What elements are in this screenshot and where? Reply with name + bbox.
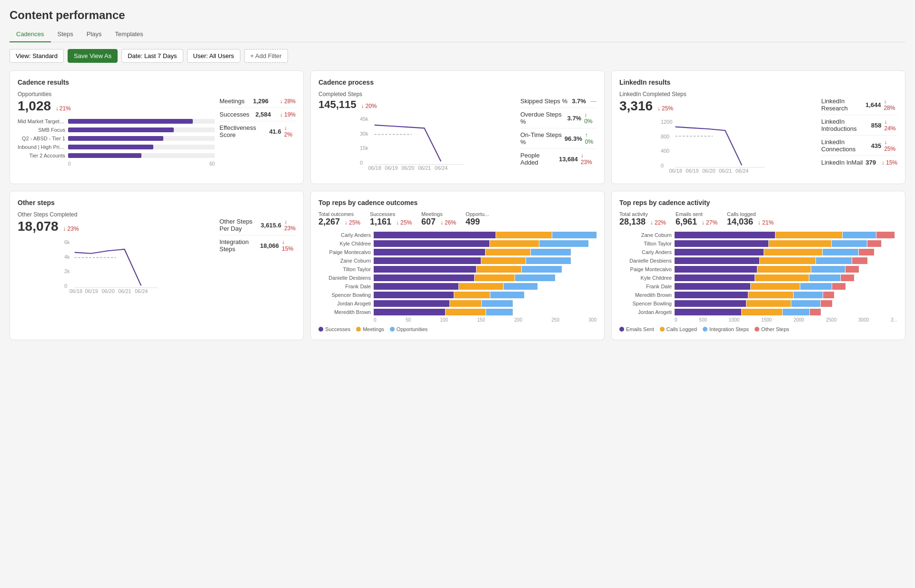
successes-outcome-change: ↓ 25% — [396, 219, 412, 226]
cadence-results-right: Meetings 1,296 ↓ 28% Successes 2,584 ↓ 1… — [219, 91, 296, 167]
svg-text:06/19: 06/19 — [85, 288, 98, 294]
tab-templates[interactable]: Templates — [109, 27, 150, 42]
act-seg-blue — [832, 240, 867, 247]
outcomes-axis-label: 50 — [406, 317, 411, 323]
bar-axis-min: 0 — [68, 161, 71, 167]
cadence-process-card: Cadence process Completed Steps 145,115 … — [310, 70, 605, 184]
outcomes-hbar-row: Spencer Bowling — [318, 292, 597, 298]
svg-text:06/18: 06/18 — [669, 168, 682, 174]
activity-rep-name: Danielle Desbiens — [619, 258, 672, 264]
activity-bars — [675, 232, 897, 238]
linkedin-results-title: LinkedIn results — [619, 78, 897, 86]
total-outcomes-row: 2,267 ↓ 25% — [318, 217, 360, 227]
act-seg-orange — [748, 292, 793, 298]
act-seg-orange — [769, 240, 831, 247]
svg-text:06/24: 06/24 — [736, 168, 748, 174]
toolbar: View: Standard Save View As Date: Last 7… — [10, 49, 905, 63]
li-completed-change: ↓ 25% — [657, 105, 673, 112]
activity-legend-emails: Emails Sent — [619, 326, 654, 332]
linkedin-chart: 1200 800 400 0 06/18 06/19 06/20 06/21 0… — [619, 118, 816, 176]
legend-dot-integration — [703, 327, 707, 332]
li-main-line — [676, 127, 742, 166]
completed-label: Completed Steps — [318, 91, 516, 98]
act-seg-red — [823, 292, 834, 298]
other-steps-side-metrics: Other Steps Per Day 3,615.6 ↓ 23% Integr… — [219, 215, 296, 255]
li-intros-label: LinkedIn Introductions — [821, 118, 871, 132]
seg-blue — [526, 257, 571, 264]
act-seg-red — [852, 257, 868, 264]
save-view-as-button[interactable]: Save View As — [68, 49, 118, 63]
activity-rep-name: Carly Anders — [619, 249, 672, 255]
act-seg-blue — [791, 300, 820, 307]
act-seg-blue — [783, 309, 809, 315]
successes-value: 2,584 — [255, 111, 271, 118]
successes-row: Successes 2,584 ↓ 19% — [219, 108, 296, 121]
user-filter-button[interactable]: User: All Users — [187, 49, 240, 63]
skipped-row: Skipped Steps % 3.7% — — [520, 95, 597, 108]
outcomes-axis-label: 0 — [374, 317, 377, 323]
view-standard-button[interactable]: View: Standard — [10, 49, 64, 63]
act-seg-purple — [675, 257, 759, 264]
total-outcomes-value: 2,267 — [318, 217, 340, 226]
seg-purple — [374, 240, 489, 247]
act-seg-red — [845, 266, 859, 273]
tab-steps[interactable]: Steps — [51, 27, 80, 42]
tab-cadences[interactable]: Cadences — [10, 27, 51, 42]
completed-value: 145,115 — [318, 98, 357, 111]
seg-orange — [450, 300, 481, 307]
act-seg-orange — [746, 300, 791, 307]
os-completed-row: 18,078 ↓ 23% — [18, 219, 215, 234]
outcomes-legend: Successes Meetings Opportunities — [318, 326, 597, 332]
svg-text:06/19: 06/19 — [686, 168, 698, 174]
cadence-bar-list: Mid Market Target Acco... SMB Focus Q2 -… — [18, 118, 215, 158]
legend-dot-emails — [619, 327, 624, 332]
act-seg-red — [810, 309, 821, 315]
li-inmail-change: ↓ 15% — [882, 159, 897, 166]
legend-dot-other — [755, 327, 759, 332]
opp-label: Opportunities — [18, 91, 215, 98]
seg-blue — [504, 283, 537, 290]
act-seg-blue — [794, 292, 823, 298]
opp-value: 1,028 — [18, 98, 51, 114]
outcomes-rep-name: Paige Montecalvo — [318, 249, 371, 255]
add-filter-button[interactable]: + Add Filter — [244, 49, 288, 63]
seg-orange — [477, 266, 521, 273]
activity-bars — [675, 292, 897, 298]
li-connections-value: 435 — [871, 142, 881, 149]
activity-axis-label: 2000 — [794, 317, 804, 323]
seg-blue — [552, 232, 597, 238]
tab-bar: Cadences Steps Plays Templates — [10, 27, 905, 42]
seg-blue — [490, 292, 524, 298]
outcomes-rep-name: Carly Anders — [318, 232, 371, 238]
act-seg-red — [821, 300, 832, 307]
activity-rep-name: Tilton Taylor — [619, 241, 672, 246]
act-seg-blue — [809, 274, 841, 281]
activity-hbar-row: Kyle Childree — [619, 274, 897, 281]
li-inmail-value: 379 — [865, 159, 876, 166]
cadence-results-title: Cadence results — [18, 78, 296, 86]
svg-text:6k: 6k — [64, 239, 70, 245]
activity-hbar-row: Jordan Arogeti — [619, 309, 897, 315]
date-filter-button[interactable]: Date: Last 7 Days — [121, 49, 183, 63]
act-seg-purple — [675, 309, 741, 315]
process-side-metrics: Skipped Steps % 3.7% — Overdue Steps % 3… — [520, 95, 597, 169]
total-activity-row: 28,138 ↓ 22% — [619, 217, 666, 227]
activity-rep-name: Frank Dale — [619, 284, 672, 289]
overdue-label: Overdue Steps % — [520, 111, 567, 125]
outcomes-rep-name: Danielle Desbiens — [318, 275, 371, 281]
linkedin-side-metrics: LinkedIn Research 1,644 ↓ 28% LinkedIn I… — [821, 95, 897, 169]
act-seg-orange — [742, 309, 782, 315]
bar-item-4: Inbound | High Priority (... — [18, 144, 215, 150]
process-chart: 45k 30k 15k 0 06/18 06/19 06/20 06/21 06… — [318, 115, 516, 173]
act-seg-purple — [675, 232, 775, 238]
tab-plays[interactable]: Plays — [80, 27, 109, 42]
outcomes-rep-name: Zane Coburn — [318, 258, 371, 264]
activity-axis-label: 1500 — [761, 317, 772, 323]
activity-bars — [675, 274, 897, 281]
meetings-outcome-label: Meetings — [421, 211, 456, 217]
svg-text:2k: 2k — [64, 268, 70, 274]
seg-orange — [475, 274, 515, 281]
emails-label: Emails sent — [676, 211, 717, 217]
linkedin-line-chart: 1200 800 400 0 06/18 06/19 06/20 06/21 0… — [619, 118, 816, 175]
ontime-value: 96.3% — [565, 135, 582, 142]
